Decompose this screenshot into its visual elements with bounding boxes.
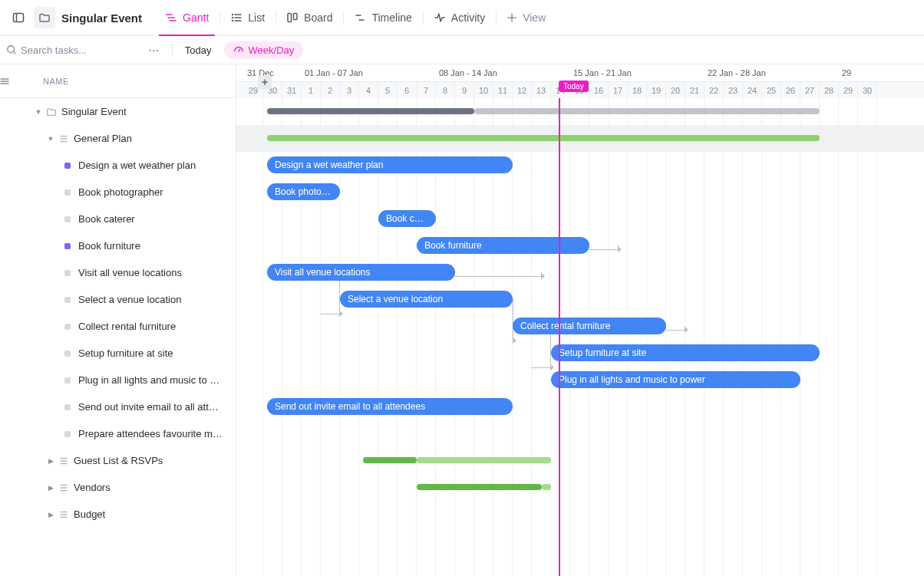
collapse-all-icon[interactable]: [0, 77, 21, 86]
caret-right-icon[interactable]: ▶: [46, 511, 55, 518]
summary-bar-vendors[interactable]: [417, 484, 551, 490]
gantt-bar-label: Plug in all lights and music to power: [559, 374, 705, 385]
day-label: 3: [340, 82, 359, 99]
svg-rect-11: [288, 14, 292, 22]
caret-right-icon[interactable]: ▶: [46, 484, 55, 492]
status-square: [64, 216, 71, 222]
group-label: Vendors: [74, 482, 111, 493]
day-label: 17: [609, 82, 628, 99]
status-square: [64, 377, 71, 383]
tab-timeline-label: Timeline: [371, 12, 411, 24]
tree-group-vendors[interactable]: ▶ Vendors: [0, 474, 236, 501]
gantt-bar[interactable]: Setup furniture at site: [551, 344, 820, 361]
gantt-bar[interactable]: Collect rental furniture: [513, 318, 666, 334]
day-label: 21: [685, 82, 705, 99]
task-label: Design a wet weather plan: [78, 160, 196, 171]
week-row: 31 Dec01 Jan - 07 Jan08 Jan - 14 Jan15 J…: [236, 64, 924, 81]
week-label: 22 Jan - 28 Jan: [705, 64, 766, 81]
summary-bar-guest[interactable]: [363, 457, 551, 463]
status-square: [64, 163, 71, 169]
gantt-row: Design a wet weather plan: [236, 152, 924, 179]
day-label: 29: [839, 82, 858, 99]
tree-task-item[interactable]: Design a wet weather plan: [0, 152, 236, 179]
project-title[interactable]: Singular Event: [60, 12, 150, 25]
tab-add-view-label: View: [523, 12, 546, 24]
tree-task-item[interactable]: Plug in all lights and music to power: [0, 367, 236, 393]
summary-bar-root[interactable]: [267, 108, 820, 114]
search-input[interactable]: [21, 44, 128, 56]
today-button[interactable]: Today: [180, 44, 216, 56]
svg-point-5: [233, 15, 233, 15]
caret-down-icon[interactable]: ▼: [46, 135, 55, 143]
gantt-bar[interactable]: Select a venue location: [340, 291, 513, 308]
gantt-bar[interactable]: Book photograp...: [267, 183, 340, 200]
gantt-bar[interactable]: Plug in all lights and music to power: [551, 371, 800, 388]
tree-task-item[interactable]: Select a venue location: [0, 286, 236, 313]
gantt-row: [236, 501, 924, 528]
day-label: 27: [800, 82, 820, 99]
tab-activity[interactable]: Activity: [423, 0, 496, 35]
tab-timeline[interactable]: Timeline: [343, 0, 422, 35]
gantt-row: Send out invite email to all attendees: [236, 393, 924, 420]
day-label: 2: [321, 82, 340, 99]
sidebar-toggle-icon[interactable]: [8, 7, 29, 28]
tab-gantt[interactable]: Gantt: [154, 0, 219, 35]
today-marker: [559, 98, 560, 576]
more-options-button[interactable]: ···: [144, 44, 164, 56]
tree-group-general[interactable]: ▼ General Plan: [0, 125, 236, 152]
tree-task-item[interactable]: Book furniture: [0, 232, 236, 259]
gantt-bar[interactable]: Send out invite email to all attendees: [267, 398, 513, 415]
zoom-label: Week/Day: [249, 44, 295, 56]
tree-task-item[interactable]: Visit all venue locations: [0, 259, 236, 286]
gantt-bar-label: Book caterer: [386, 213, 428, 224]
day-label: 18: [628, 82, 647, 99]
status-square: [64, 431, 71, 437]
summary-bar-general[interactable]: [267, 135, 820, 141]
tree-task-item[interactable]: Book caterer: [0, 206, 236, 232]
svg-line-18: [14, 52, 16, 54]
gantt-bar[interactable]: Design a wet weather plan: [267, 156, 513, 173]
list-icon: [58, 482, 69, 493]
tree-task-item[interactable]: Prepare attendees favourite music playli…: [0, 420, 236, 447]
folder-icon[interactable]: [34, 7, 55, 28]
tree-root[interactable]: ▼ Singular Event: [0, 98, 236, 125]
caret-down-icon[interactable]: ▼: [34, 108, 43, 116]
tab-add-view[interactable]: View: [496, 0, 556, 35]
gantt-row: Plug in all lights and music to power: [236, 367, 924, 393]
day-label: 6: [398, 82, 417, 99]
gantt-row: [236, 447, 924, 474]
gantt-bar[interactable]: Visit all venue locations: [267, 264, 455, 281]
gantt-row: [236, 98, 924, 125]
week-label: 29: [839, 64, 851, 81]
tree-task-item[interactable]: Book photographer: [0, 179, 236, 206]
day-label: 5: [378, 82, 398, 99]
tree-group-guest[interactable]: ▶ Guest List & RSVPs: [0, 447, 236, 474]
list-icon: [58, 509, 69, 520]
tree-root-label: Singular Event: [61, 106, 127, 117]
day-label: 24: [743, 82, 762, 99]
task-label: Book caterer: [78, 213, 135, 225]
day-label: 12: [513, 82, 532, 99]
add-column-button[interactable]: +: [258, 75, 272, 89]
status-square: [64, 189, 71, 196]
tree-group-budget[interactable]: ▶ Budget: [0, 501, 236, 528]
gantt-bar[interactable]: Book caterer: [378, 210, 436, 227]
tree-task-item[interactable]: Send out invite email to all attendees: [0, 393, 236, 420]
list-icon: [58, 456, 69, 466]
dependency-connector: [513, 299, 513, 341]
gantt-body[interactable]: Design a wet weather planBook photograp.…: [236, 98, 924, 576]
tree-task-item[interactable]: Setup furniture at site: [0, 340, 236, 367]
tree-task-item[interactable]: Collect rental furniture: [0, 313, 236, 340]
task-label: Book photographer: [78, 186, 163, 198]
day-label: 31: [282, 82, 302, 99]
zoom-icon: [233, 44, 244, 55]
task-label: Plug in all lights and music to power: [78, 374, 224, 386]
caret-right-icon[interactable]: ▶: [46, 457, 55, 465]
gantt-bar[interactable]: Book furniture: [417, 237, 589, 254]
status-square: [64, 270, 71, 276]
tab-list[interactable]: List: [219, 0, 276, 35]
task-label: Book furniture: [78, 240, 140, 252]
gantt-row: Setup furniture at site: [236, 340, 924, 367]
zoom-selector[interactable]: Week/Day: [224, 41, 304, 59]
tab-board[interactable]: Board: [276, 0, 343, 35]
